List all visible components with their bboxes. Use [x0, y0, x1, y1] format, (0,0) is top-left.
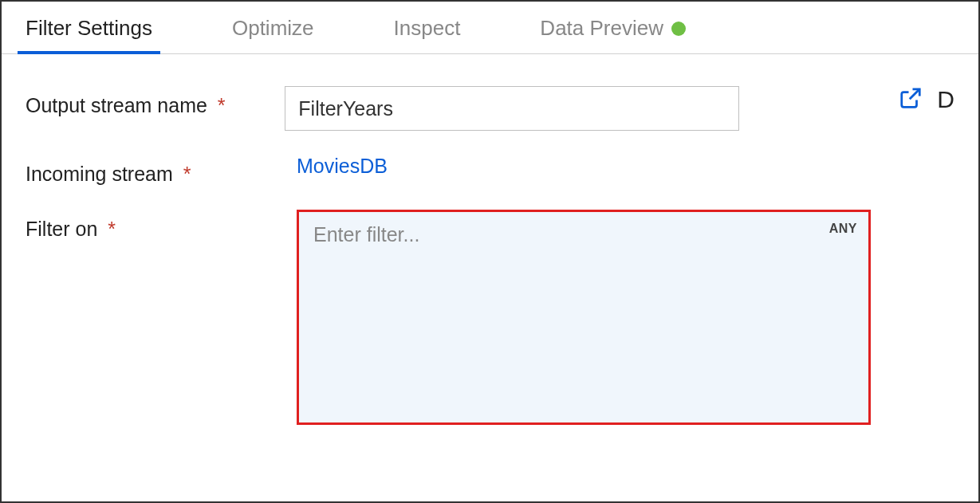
tab-optimize[interactable]: Optimize [224, 2, 322, 53]
filter-type-badge: ANY [829, 222, 857, 236]
tab-label: Filter Settings [26, 16, 152, 41]
status-indicator-icon [671, 22, 686, 36]
tab-label: Optimize [232, 16, 314, 41]
field-incoming-stream: MoviesDB [297, 155, 871, 178]
output-stream-name-input[interactable] [285, 86, 739, 131]
required-asterisk-icon: * [183, 163, 191, 185]
label-text: Filter on [26, 218, 97, 240]
label-filter-on: Filter on * [26, 210, 297, 241]
row-incoming-stream: Incoming stream * MoviesDB [26, 155, 954, 186]
required-asterisk-icon: * [108, 218, 116, 240]
open-external-icon[interactable] [899, 86, 923, 113]
row-output-stream-name: Output stream name * D [26, 86, 954, 131]
label-incoming-stream: Incoming stream * [26, 155, 297, 186]
label-text: Incoming stream [26, 163, 173, 185]
tab-label: Inspect [394, 16, 461, 41]
tab-label: Data Preview [540, 16, 663, 41]
label-output-stream-name: Output stream name * [26, 86, 285, 117]
tab-data-preview[interactable]: Data Preview [532, 2, 694, 53]
incoming-stream-link[interactable]: MoviesDB [297, 155, 388, 178]
tab-inspect[interactable]: Inspect [386, 2, 469, 53]
side-letter: D [937, 86, 954, 113]
field-filter-on: Enter filter... ANY [297, 210, 871, 425]
filter-placeholder: Enter filter... [313, 223, 419, 246]
tab-bar: Filter Settings Optimize Inspect Data Pr… [2, 2, 978, 54]
form-area: Output stream name * D Incoming stream *… [2, 54, 978, 465]
row-filter-on: Filter on * Enter filter... ANY [26, 210, 954, 425]
label-text: Output stream name [26, 94, 207, 116]
required-asterisk-icon: * [218, 94, 226, 116]
tab-filter-settings[interactable]: Filter Settings [18, 2, 160, 53]
side-actions: D [899, 86, 954, 113]
filter-expression-input[interactable]: Enter filter... ANY [297, 210, 871, 425]
field-output-stream-name [285, 86, 859, 131]
